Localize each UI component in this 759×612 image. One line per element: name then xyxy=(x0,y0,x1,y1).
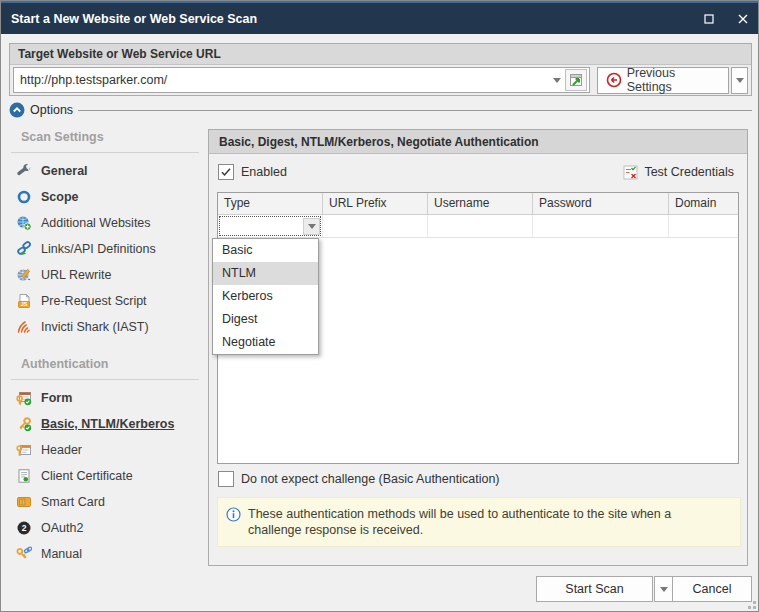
sidebar-item-oauth2[interactable]: 2 OAuth2 xyxy=(9,515,201,541)
target-url-input[interactable] xyxy=(14,68,549,92)
type-combobox[interactable] xyxy=(218,215,322,237)
sidebar-item-label: Manual xyxy=(41,547,82,561)
dropdown-option-ntlm[interactable]: NTLM xyxy=(213,262,318,285)
globe-pencil-icon xyxy=(16,267,32,283)
sidebar-item-smart-card[interactable]: Smart Card xyxy=(9,489,201,515)
sidebar-item-manual[interactable]: Manual xyxy=(9,541,201,567)
type-cell[interactable] xyxy=(218,215,323,237)
username-cell[interactable] xyxy=(428,215,533,237)
script-js-icon: JS xyxy=(16,293,32,309)
sidebar-item-header[interactable]: Header xyxy=(9,437,201,463)
chevron-down-icon xyxy=(660,587,668,592)
dropdown-option-kerberos[interactable]: Kerberos xyxy=(213,285,318,308)
sidebar-item-form[interactable]: Form xyxy=(9,385,201,411)
sidebar-item-label: URL Rewrite xyxy=(41,268,111,282)
scan-settings-header: Scan Settings xyxy=(9,127,201,147)
sidebar-item-label: Client Certificate xyxy=(41,469,133,483)
check-icon xyxy=(220,166,232,178)
url-prefix-cell[interactable] xyxy=(323,215,428,237)
test-credentials-button[interactable]: Test Credentials xyxy=(619,162,738,183)
divider xyxy=(11,152,199,153)
dropdown-option-digest[interactable]: Digest xyxy=(213,308,318,331)
scan-dialog: { "window": { "title": "Start a New Webs… xyxy=(0,0,759,612)
sidebar-item-additional-websites[interactable]: Additional Websites xyxy=(9,210,201,236)
url-history-dropdown[interactable] xyxy=(549,68,565,92)
password-cell[interactable] xyxy=(533,215,669,237)
column-header-url-prefix[interactable]: URL Prefix xyxy=(323,193,428,214)
sidebar-item-label: Invicti Shark (IAST) xyxy=(41,320,149,334)
link-arrow-icon xyxy=(16,241,32,257)
sidebar-item-basic-ntlm-kerberos[interactable]: Basic, NTLM/Kerberos xyxy=(9,411,201,437)
enabled-checkbox[interactable] xyxy=(218,164,234,180)
target-url-row: Previous Settings xyxy=(10,65,751,95)
close-button[interactable] xyxy=(726,3,759,34)
sidebar-item-invicti-shark[interactable]: Invicti Shark (IAST) xyxy=(9,314,201,340)
table-header-row: Type URL Prefix Username Password Domain xyxy=(218,193,738,215)
type-dropdown-popup: Basic NTLM Kerberos Digest Negotiate xyxy=(212,238,319,355)
info-text: These authentication methods will be use… xyxy=(248,506,718,546)
sidebar-item-label: OAuth2 xyxy=(41,521,83,535)
form-key-check-icon xyxy=(16,390,32,406)
window-title: Start a New Website or Web Service Scan xyxy=(1,12,692,26)
previous-settings-label: Previous Settings xyxy=(627,66,721,94)
sidebar-item-label: Smart Card xyxy=(41,495,105,509)
red-back-arrow-icon xyxy=(606,72,622,88)
sidebar: Scan Settings General Scope Additional W… xyxy=(9,121,201,567)
close-icon xyxy=(735,11,751,27)
start-scan-dropdown-button[interactable] xyxy=(654,576,673,602)
shark-waves-icon xyxy=(16,319,32,335)
sidebar-item-label: Pre-Request Script xyxy=(41,294,147,308)
sidebar-item-links-api-definitions[interactable]: Links/API Definitions xyxy=(9,236,201,262)
sidebar-item-client-certificate[interactable]: Client Certificate xyxy=(9,463,201,489)
sidebar-item-scope[interactable]: Scope xyxy=(9,184,201,210)
sidebar-item-pre-request-script[interactable]: JS Pre-Request Script xyxy=(9,288,201,314)
chevron-down-icon xyxy=(308,224,316,229)
smart-card-icon xyxy=(16,494,32,510)
column-header-username[interactable]: Username xyxy=(428,193,533,214)
open-in-browser-button[interactable] xyxy=(565,69,587,91)
chevron-down-icon xyxy=(736,78,744,83)
svg-text:JS: JS xyxy=(21,301,28,307)
checklist-check-x-icon xyxy=(623,165,638,180)
sidebar-item-label: Links/API Definitions xyxy=(41,242,156,256)
info-circle-icon xyxy=(226,507,241,522)
dropdown-option-basic[interactable]: Basic xyxy=(213,239,318,262)
sidebar-item-general[interactable]: General xyxy=(9,158,201,184)
domain-cell[interactable] xyxy=(669,215,738,237)
cancel-button[interactable]: Cancel xyxy=(672,576,752,602)
key-window-icon xyxy=(16,442,32,458)
options-label[interactable]: Options xyxy=(30,103,73,117)
start-scan-button[interactable]: Start Scan xyxy=(536,576,653,602)
challenge-checkbox[interactable] xyxy=(218,471,234,487)
key-check-icon xyxy=(16,416,32,432)
target-url-group: Target Website or Web Service URL Previo… xyxy=(9,43,752,96)
info-box: These authentication methods will be use… xyxy=(217,497,741,547)
challenge-checkbox-label: Do not expect challenge (Basic Authentic… xyxy=(241,472,500,486)
column-header-type[interactable]: Type xyxy=(218,193,323,214)
sidebar-item-label: Header xyxy=(41,443,82,457)
column-header-password[interactable]: Password xyxy=(533,193,669,214)
type-combobox-drop-button[interactable] xyxy=(303,218,320,235)
challenge-row: Do not expect challenge (Basic Authentic… xyxy=(218,471,500,487)
previous-settings-button[interactable]: Previous Settings xyxy=(597,67,730,94)
sidebar-item-label: Scope xyxy=(41,190,79,204)
options-row: Options xyxy=(9,101,752,119)
wrench-icon xyxy=(16,163,32,179)
target-url-input-wrap xyxy=(13,67,590,93)
dropdown-option-negotiate[interactable]: Negotiate xyxy=(213,331,318,354)
auth-panel: Basic, Digest, NTLM/Kerberos, Negotiate … xyxy=(208,129,748,566)
previous-settings-dropdown[interactable] xyxy=(731,67,748,94)
maximize-icon xyxy=(701,11,717,27)
column-header-domain[interactable]: Domain xyxy=(669,193,738,214)
maximize-button[interactable] xyxy=(692,3,726,34)
divider xyxy=(11,379,199,380)
sidebar-item-url-rewrite[interactable]: URL Rewrite xyxy=(9,262,201,288)
resize-grip[interactable] xyxy=(746,599,756,609)
authentication-header: Authentication xyxy=(9,354,201,374)
sidebar-item-label: Additional Websites xyxy=(41,216,151,230)
certificate-icon xyxy=(16,468,32,484)
enabled-label: Enabled xyxy=(241,165,287,179)
chevron-up-circle-icon[interactable] xyxy=(9,102,25,118)
target-url-group-title: Target Website or Web Service URL xyxy=(10,44,751,65)
globe-plus-icon xyxy=(16,215,32,231)
